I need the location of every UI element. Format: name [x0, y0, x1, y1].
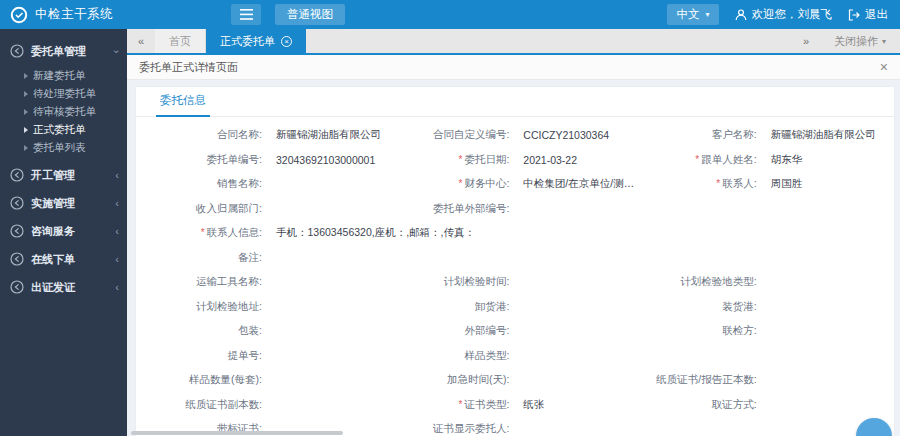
tab-entrust-info[interactable]: 委托信息	[156, 93, 210, 117]
triangle-icon	[24, 127, 28, 133]
sidebar-group-icon	[10, 168, 24, 182]
app-logo-icon	[10, 6, 28, 24]
sidebar-item-label: 待审核委托单	[33, 105, 96, 119]
field-value: 纸张	[523, 398, 638, 412]
field-label: 收入归属部门:	[144, 202, 262, 216]
chevron-collapsed-icon: ‹	[115, 226, 119, 237]
field-label: 卸货港:	[391, 300, 509, 314]
field-label: 外部编号:	[391, 324, 509, 338]
form-field: 取证方式:	[639, 398, 886, 412]
close-tab-icon[interactable]: ×	[281, 36, 292, 47]
hamburger-menu-button[interactable]	[231, 4, 261, 25]
sidebar-group-实施管理[interactable]: 实施管理‹	[0, 189, 127, 217]
sidebar-group-icon	[10, 280, 24, 294]
sidebar-group-label: 实施管理	[31, 196, 75, 211]
field-label: 取证方式:	[639, 398, 757, 412]
form-row: 计划检验地址:卸货港:装货港:	[144, 295, 886, 320]
section-tabs: 委托信息	[136, 87, 894, 117]
sidebar-group-label: 咨询服务	[31, 224, 75, 239]
tab-正式委托单[interactable]: 正式委托单×	[206, 29, 306, 53]
form-row: 备注:	[144, 246, 886, 271]
language-select[interactable]: 中文 ▾	[667, 4, 718, 25]
logout-label: 退出	[865, 7, 888, 22]
sidebar-group-在线下单[interactable]: 在线下单‹	[0, 245, 127, 273]
field-label: 计划检验时间:	[391, 275, 509, 289]
logout-button[interactable]: 退出	[848, 7, 888, 22]
sidebar-group-label: 在线下单	[31, 252, 75, 267]
scroll-tabs-right-button[interactable]: »	[792, 29, 820, 53]
sidebar-group-开工管理[interactable]: 开工管理‹	[0, 161, 127, 189]
sidebar-group-委托单管理[interactable]: 委托单管理›	[0, 37, 127, 65]
field-label: *跟单人姓名:	[639, 153, 757, 167]
form-row: 运输工具名称:计划检验时间:计划检验地类型:	[144, 270, 886, 295]
field-label: 加急时间(天):	[391, 373, 509, 387]
field-value: 手机：13603456320,座机：,邮箱：,传真：	[276, 226, 886, 240]
sidebar-item-待处理委托单[interactable]: 待处理委托单	[0, 85, 127, 103]
normal-view-button[interactable]: 普通视图	[275, 4, 345, 25]
topbar-right: 中文 ▾ 欢迎您，刘晨飞 退出	[667, 4, 888, 25]
main-area: « 首页正式委托单× » 关闭操作 ▾ 委托单正式详情页面 × 委托信息 合同名…	[127, 29, 900, 436]
tab-label: 首页	[169, 34, 191, 49]
form-field: *证书类型:纸张	[391, 398, 638, 412]
field-label: 包装:	[144, 324, 262, 338]
sidebar-item-委托单列表[interactable]: 委托单列表	[0, 139, 127, 157]
close-operations-label: 关闭操作	[834, 34, 878, 49]
field-label: 备注:	[144, 251, 262, 265]
scroll-tabs-left-button[interactable]: «	[127, 29, 155, 53]
sidebar-group-咨询服务[interactable]: 咨询服务‹	[0, 217, 127, 245]
form-field: 合同自定义编号:CCICZY21030364	[391, 128, 638, 142]
entrust-info-form: 合同名称:新疆锦湖油脂有限公司合同自定义编号:CCICZY21030364客户名…	[136, 117, 894, 436]
sidebar-item-待审核委托单[interactable]: 待审核委托单	[0, 103, 127, 121]
form-field: 计划检验时间:	[391, 275, 638, 289]
tabstrip-spacer	[306, 29, 792, 53]
form-field: *联系人:周国胜	[639, 177, 886, 191]
form-field: 外部编号:	[391, 324, 638, 338]
chevron-down-icon: ▾	[705, 10, 709, 19]
sidebar-group-出证发证[interactable]: 出证发证‹	[0, 273, 127, 301]
close-operations-dropdown[interactable]: 关闭操作 ▾	[820, 29, 900, 53]
field-label: 合同名称:	[144, 128, 262, 142]
chevron-expanded-icon: ›	[112, 49, 123, 53]
required-asterisk: *	[201, 227, 205, 238]
field-label: 委托单编号:	[144, 153, 262, 167]
horizontal-scrollbar[interactable]	[131, 431, 343, 435]
form-field: 联检方:	[639, 324, 886, 338]
triangle-icon	[24, 73, 28, 79]
sidebar-group-icon	[10, 196, 24, 210]
form-row: 委托单编号:32043692103000001*委托日期:2021-03-22*…	[144, 148, 886, 173]
close-page-icon[interactable]: ×	[880, 60, 888, 74]
field-label: 委托单外部编号:	[391, 202, 509, 216]
language-label: 中文	[676, 7, 699, 22]
user-menu[interactable]: 欢迎您，刘晨飞	[735, 7, 833, 22]
form-field: *委托日期:2021-03-22	[391, 153, 638, 167]
sidebar-item-新建委托单[interactable]: 新建委托单	[0, 67, 127, 85]
field-value: 中检集团/在京单位/测试公司/测试公司中检中.	[523, 177, 638, 191]
form-row: 合同名称:新疆锦湖油脂有限公司合同自定义编号:CCICZY21030364客户名…	[144, 123, 886, 148]
field-value: 周国胜	[771, 177, 886, 191]
sidebar-item-正式委托单[interactable]: 正式委托单	[0, 121, 127, 139]
field-label: 样品类型:	[391, 349, 509, 363]
field-value: 胡东华	[771, 153, 886, 167]
form-field: 备注:	[144, 251, 886, 265]
sidebar-submenu: 新建委托单待处理委托单待审核委托单正式委托单委托单列表	[0, 65, 127, 161]
form-field: 销售名称:	[144, 177, 391, 191]
form-row: 销售名称:*财务中心:中检集团/在京单位/测试公司/测试公司中检中.*联系人:周…	[144, 172, 886, 197]
field-label: 纸质证书/报告正本数:	[639, 373, 757, 387]
field-value: CCICZY21030364	[523, 129, 638, 141]
form-field: 装货港:	[639, 300, 886, 314]
form-field: 计划检验地类型:	[639, 275, 886, 289]
field-value: 32043692103000001	[276, 154, 391, 166]
required-asterisk: *	[459, 178, 463, 189]
field-label: *委托日期:	[391, 153, 509, 167]
field-label: 证书显示委托人:	[391, 422, 509, 436]
tab-首页[interactable]: 首页	[155, 29, 206, 53]
field-value: 新疆锦湖油脂有限公司	[771, 128, 886, 142]
form-field: 提单号:	[144, 349, 391, 363]
app-title: 中检主干系统	[35, 6, 113, 23]
required-asterisk: *	[459, 154, 463, 165]
form-row: 收入归属部门:委托单外部编号:	[144, 197, 886, 222]
field-label: 合同自定义编号:	[391, 128, 509, 142]
field-label: 联检方:	[639, 324, 757, 338]
chevron-collapsed-icon: ‹	[115, 282, 119, 293]
top-bar: 中检主干系统 普通视图 中文 ▾ 欢迎您，刘晨飞	[0, 0, 900, 29]
